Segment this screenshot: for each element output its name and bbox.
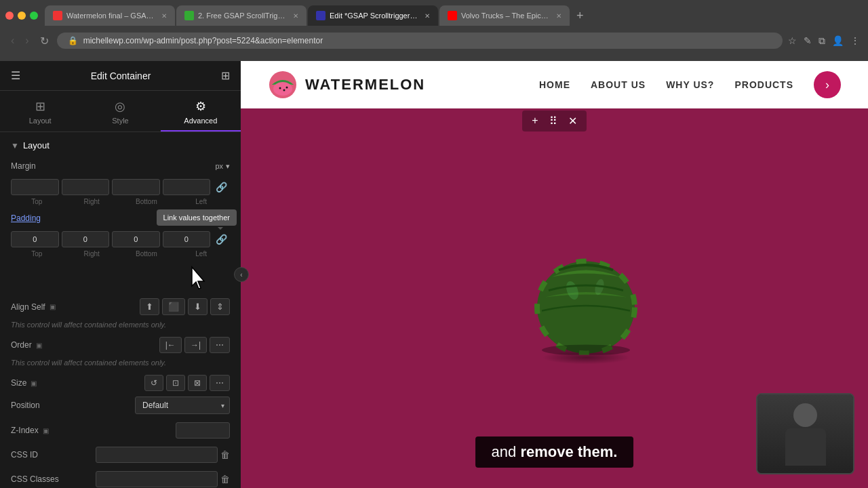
settings-icon[interactable]: ⋮ [850, 35, 860, 46]
align-buttons: ⬆ ⬛ ⬇ ⇕ [140, 298, 230, 315]
cssclass-input[interactable] [96, 471, 218, 487]
edit-icon[interactable]: ✎ [804, 35, 812, 46]
cssid-label: CSS ID [11, 450, 38, 460]
traffic-light-minimize[interactable] [18, 12, 26, 20]
layout-tab-icon: ⊞ [35, 99, 45, 114]
zindex-input[interactable] [176, 422, 230, 439]
align-bottom-button[interactable]: ⬇ [188, 298, 208, 315]
padding-input-labels: Top Right Bottom Left [11, 250, 230, 258]
margin-right-input[interactable] [62, 179, 110, 195]
tab-close-2[interactable]: ✕ [293, 12, 298, 20]
align-stretch-button[interactable]: ⇕ [210, 298, 230, 315]
tab-label-3: Edit *GSAP Scrolltrigger Elem... [330, 12, 418, 20]
grid-icon[interactable]: ⊞ [221, 69, 230, 82]
align-self-text: Align Self [11, 302, 45, 312]
tab-close-1[interactable]: ✕ [161, 12, 167, 20]
tab-layout[interactable]: ⊞ Layout [0, 91, 80, 131]
zindex-row: Z-Index ▣ [11, 422, 230, 439]
padding-top-input[interactable] [11, 231, 59, 247]
size-buttons: ↺ ⊡ ⊠ ⋯ [144, 375, 230, 391]
margin-left-label: Left [175, 198, 227, 205]
hamburger-icon[interactable]: ☰ [11, 69, 20, 82]
elementor-toolbar-inner: + ⠿ ✕ [522, 110, 586, 131]
size-more-button[interactable]: ⋯ [210, 375, 230, 391]
toolbar-icons: ☆ ✎ ⧉ 👤 ⋮ [788, 35, 860, 47]
reload-button[interactable]: ↻ [37, 32, 52, 50]
main-layout: ☰ Edit Container ⊞ ⊞ Layout ◎ Style ⚙ Ad… [0, 61, 868, 488]
zindex-icon: ▣ [43, 427, 49, 434]
panel-content: ▼ Layout Margin px ▾ 🔗 Top Right [0, 132, 241, 488]
tab-advanced[interactable]: ⚙ Advanced [161, 91, 241, 131]
margin-link-button[interactable]: 🔗 [213, 179, 230, 195]
tab-favicon-2 [184, 11, 194, 20]
site-logo: WATERMELON [268, 70, 425, 100]
order-start-button[interactable]: |← [159, 337, 182, 353]
unit-chevron: ▾ [226, 162, 230, 171]
nav-link-products[interactable]: PRODUCTS [734, 79, 793, 90]
right-panel: WATERMELON HOME ABOUT US WHY US? PRODUCT… [241, 61, 868, 488]
browser-tab-4[interactable]: Volvo Trucks – The Epic Split... ✕ [439, 5, 570, 26]
order-custom-button[interactable]: ⋯ [210, 337, 230, 353]
browser-tab-2[interactable]: 2. Free GSAP ScrollTrigger El... ✕ [176, 5, 307, 26]
browser-tab-1[interactable]: Watermelon final – GSAP scr... ✕ [45, 5, 175, 26]
size-fill-button[interactable]: ⊠ [188, 375, 207, 391]
padding-label[interactable]: Padding [11, 214, 41, 223]
cssid-input[interactable] [96, 447, 218, 463]
nav-link-why[interactable]: WHY US? [666, 79, 714, 90]
elementor-toolbar: + ⠿ ✕ [241, 108, 868, 133]
padding-inputs: 🔗 Link values together [11, 231, 230, 247]
forward-button[interactable]: › [22, 32, 31, 49]
padding-left-input[interactable] [163, 231, 211, 247]
align-top-button[interactable]: ⬆ [140, 298, 159, 315]
profile-icon[interactable]: 👤 [832, 35, 844, 46]
subtitle-box: and remove them. [475, 436, 634, 468]
new-tab-button[interactable]: + [571, 6, 589, 26]
size-fit-button[interactable]: ⊡ [166, 375, 185, 391]
section-toggle[interactable]: ▼ [11, 141, 19, 150]
back-button[interactable]: ‹ [8, 32, 17, 49]
padding-link-button[interactable]: 🔗 [213, 231, 230, 247]
star-icon[interactable]: ☆ [788, 35, 797, 46]
address-bar[interactable]: 🔒 michellewp.com/wp-admin/post.php?post=… [57, 33, 783, 49]
el-close-button[interactable]: ✕ [566, 113, 580, 129]
margin-row: Margin px ▾ [11, 161, 230, 171]
traffic-light-close[interactable] [5, 12, 14, 20]
position-select[interactable]: Default Absolute Fixed [135, 396, 230, 414]
browser-chrome: Watermelon final – GSAP scr... ✕ 2. Free… [0, 0, 868, 61]
margin-top-input[interactable] [11, 179, 59, 195]
order-text: Order [11, 340, 32, 350]
padding-right-input[interactable] [62, 231, 110, 247]
margin-bottom-input[interactable] [112, 179, 160, 195]
position-select-wrap: Default Absolute Fixed [135, 396, 230, 414]
unit-selector[interactable]: px ▾ [215, 162, 230, 171]
el-move-button[interactable]: ⠿ [547, 113, 560, 129]
tooltip-container: 🔗 Link values together [213, 231, 230, 247]
tab-close-3[interactable]: ✕ [425, 12, 430, 20]
tab-style[interactable]: ◎ Style [80, 91, 160, 131]
extensions-icon[interactable]: ⧉ [818, 35, 825, 47]
person-body [785, 428, 826, 466]
padding-bottom-input[interactable] [112, 231, 160, 247]
el-add-button[interactable]: + [529, 113, 540, 128]
traffic-light-maximize[interactable] [30, 12, 38, 20]
order-row: Order ▣ |← →| ⋯ [11, 337, 230, 353]
align-center-button[interactable]: ⬛ [162, 298, 185, 315]
browser-tab-3[interactable]: Edit *GSAP Scrolltrigger Elem... ✕ [308, 5, 438, 26]
collapse-panel-arrow[interactable]: ‹ [234, 267, 249, 282]
nav-link-home[interactable]: HOME [539, 79, 570, 90]
cssid-trash-button[interactable]: 🗑 [220, 449, 230, 460]
size-reset-button[interactable]: ↺ [144, 375, 163, 391]
nav-circle-button[interactable]: › [814, 71, 841, 98]
svg-point-4 [286, 86, 288, 88]
browser-tabs: Watermelon final – GSAP scr... ✕ 2. Free… [0, 0, 868, 26]
cssclass-trash-button[interactable]: 🗑 [220, 474, 230, 485]
panel-title: Edit Container [91, 70, 151, 81]
lock-icon: 🔒 [68, 36, 78, 45]
nav-link-about[interactable]: ABOUT US [591, 79, 646, 90]
zindex-text: Z-Index [11, 426, 39, 435]
order-end-button[interactable]: →| [184, 337, 207, 353]
align-self-label: Align Self ▣ [11, 302, 56, 312]
margin-left-input[interactable] [163, 179, 211, 195]
tab-close-4[interactable]: ✕ [556, 12, 561, 20]
tab-favicon-3 [316, 11, 326, 20]
